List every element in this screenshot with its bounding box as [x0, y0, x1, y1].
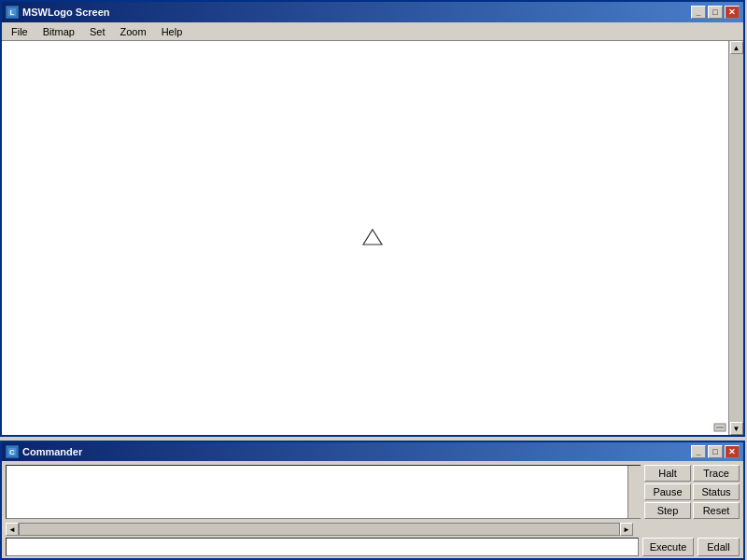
title-bar-left: L MSWLogo Screen [6, 6, 110, 19]
menu-bar: File Bitmap Set Zoom Help [2, 22, 743, 41]
h-scroll-track[interactable] [19, 523, 620, 536]
commander-buttons: Halt Trace Pause Status Step Reset [641, 461, 743, 523]
output-scrollbar[interactable] [627, 466, 641, 518]
scroll-track[interactable] [730, 54, 743, 422]
commander-title: Commander [22, 446, 82, 457]
maximize-button[interactable]: □ [708, 6, 723, 19]
commander-title-left: C Commander [6, 445, 82, 458]
commander-output [6, 465, 641, 519]
main-window: L MSWLogo Screen _ □ ✕ File Bitmap Set Z… [0, 0, 745, 437]
menu-help[interactable]: Help [156, 24, 189, 39]
commander-minimize-button[interactable]: _ [691, 445, 706, 458]
scroll-right-arrow[interactable]: ► [620, 523, 633, 536]
turtle [361, 228, 384, 248]
commander-scrollbar-horizontal[interactable]: ◄ ► [6, 523, 633, 536]
commander-title-bar: C Commander _ □ ✕ [2, 442, 743, 461]
commander-icon: C [6, 445, 19, 458]
scroll-up-arrow[interactable]: ▲ [730, 41, 743, 54]
status-button[interactable]: Status [693, 483, 740, 500]
menu-set[interactable]: Set [84, 24, 111, 39]
close-button[interactable]: ✕ [725, 6, 740, 19]
menu-bitmap[interactable]: Bitmap [37, 24, 80, 39]
commander-input-field[interactable] [6, 538, 639, 556]
svg-marker-2 [363, 230, 382, 245]
app-icon: L [6, 6, 19, 19]
menu-file[interactable]: File [6, 24, 34, 39]
step-button[interactable]: Step [644, 502, 691, 519]
commander-window: C Commander _ □ ✕ Halt Trace Pause Statu… [0, 441, 745, 560]
edall-button[interactable]: Edall [698, 538, 740, 556]
main-title-bar: L MSWLogo Screen _ □ ✕ [2, 2, 743, 22]
svg-text:C: C [9, 448, 15, 456]
commander-close-button[interactable]: ✕ [725, 445, 740, 458]
scroll-indicator [712, 422, 728, 435]
title-bar-buttons: _ □ ✕ [691, 6, 740, 19]
menu-zoom[interactable]: Zoom [115, 24, 152, 39]
svg-text:L: L [10, 8, 15, 17]
reset-button[interactable]: Reset [693, 502, 740, 519]
canvas-area: ▲ ▼ [2, 41, 743, 435]
minimize-button[interactable]: _ [691, 6, 706, 19]
commander-input-row: Execute Edall [2, 538, 743, 558]
commander-maximize-button[interactable]: □ [708, 445, 723, 458]
main-scrollbar-vertical[interactable]: ▲ ▼ [728, 41, 743, 435]
scroll-down-arrow[interactable]: ▼ [730, 422, 743, 435]
pause-button[interactable]: Pause [644, 483, 691, 500]
execute-button[interactable]: Execute [642, 538, 694, 556]
commander-title-buttons: _ □ ✕ [691, 445, 740, 458]
halt-button[interactable]: Halt [644, 465, 691, 482]
main-window-title: MSWLogo Screen [22, 7, 110, 18]
trace-button[interactable]: Trace [693, 465, 740, 482]
scroll-left-arrow[interactable]: ◄ [6, 523, 19, 536]
commander-body: Halt Trace Pause Status Step Reset [2, 461, 743, 523]
